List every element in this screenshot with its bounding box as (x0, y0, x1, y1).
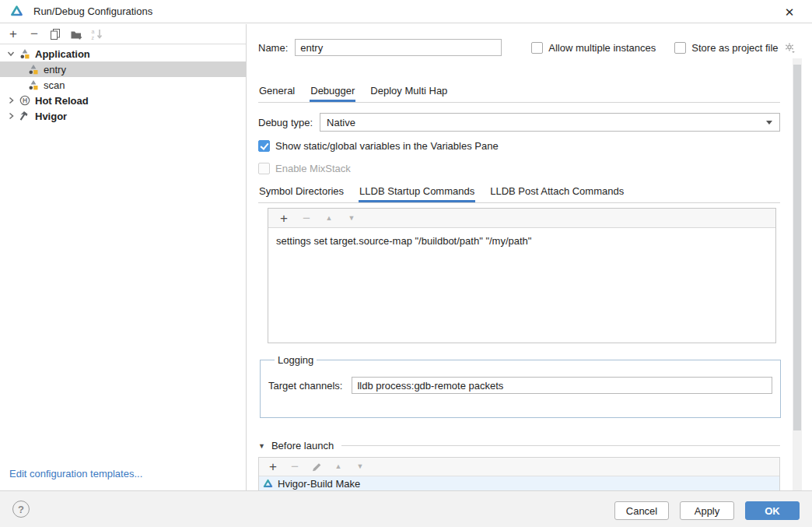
new-folder-icon[interactable] (70, 28, 82, 40)
before-launch-header[interactable]: ▼ Before launch (258, 440, 780, 451)
checkbox-unchecked-icon[interactable] (531, 42, 543, 54)
logging-group: Logging Target channels: (260, 354, 781, 418)
dialog-footer: ? Cancel Apply OK (0, 490, 812, 527)
application-icon (19, 48, 30, 59)
sidebar-toolbar: + − az (0, 24, 246, 44)
store-options-gear-icon[interactable] (784, 42, 796, 54)
checkbox-disabled-icon (258, 163, 270, 174)
tree-item-application[interactable]: Application (0, 46, 246, 61)
vertical-scrollbar[interactable] (793, 58, 802, 490)
titlebar: Run/Debug Configurations ✕ (0, 0, 812, 23)
allow-multiple-instances-checkbox[interactable]: Allow multiple instances (531, 42, 656, 54)
name-input[interactable] (295, 39, 502, 56)
edit-task-pencil-icon[interactable] (310, 461, 323, 473)
debug-type-row: Debug type: Native (258, 113, 780, 132)
header-divider (341, 445, 780, 446)
debug-type-select[interactable]: Native (320, 113, 780, 132)
tree-item-scan[interactable]: scan (0, 77, 246, 93)
store-as-project-file-checkbox[interactable]: Store as project file (674, 42, 778, 54)
tab-lldb-post-attach-commands[interactable]: LLDB Post Attach Commands (489, 181, 625, 202)
svg-text:H: H (23, 97, 27, 104)
show-static-variables-checkbox[interactable]: Show static/global variables in the Vari… (258, 140, 499, 152)
dropdown-arrow-icon (766, 121, 772, 125)
tree-item-hvigor[interactable]: Hvigor (0, 108, 246, 124)
tab-general[interactable]: General (258, 81, 296, 102)
configurations-sidebar: + − az Application (0, 24, 247, 490)
tree-item-label: Hot Reload (35, 95, 89, 107)
configurations-tree: Application entry scan (0, 44, 246, 124)
name-row: Name: Allow multiple instances Store as … (258, 38, 796, 57)
application-icon (28, 79, 39, 90)
command-line[interactable]: settings set target.source-map "/buildbo… (276, 235, 531, 247)
before-launch-panel: + − ▲ ▼ Hvigor-Build Make (258, 457, 780, 490)
add-command-icon[interactable]: + (278, 212, 290, 224)
move-down-icon[interactable]: ▼ (345, 212, 358, 224)
configuration-editor-panel: Name: Allow multiple instances Store as … (247, 24, 812, 490)
logging-group-title: Logging (275, 354, 317, 366)
remove-task-icon[interactable]: − (289, 461, 301, 473)
target-channels-input[interactable] (352, 377, 772, 394)
add-configuration-icon[interactable]: + (7, 28, 19, 40)
show-static-variables-label: Show static/global variables in the Vari… (275, 140, 499, 152)
window-title: Run/Debug Configurations (33, 5, 152, 17)
target-channels-label: Target channels: (268, 380, 342, 392)
checkbox-checked-icon[interactable] (258, 140, 270, 152)
cancel-button[interactable]: Cancel (614, 501, 669, 520)
commands-list[interactable]: settings set target.source-map "/buildbo… (268, 228, 775, 343)
config-tabs: General Debugger Deploy Multi Hap (258, 81, 780, 103)
before-launch-title: Before launch (271, 440, 334, 451)
debug-type-label: Debug type: (258, 117, 313, 128)
store-as-project-file-label: Store as project file (691, 42, 778, 54)
move-up-icon[interactable]: ▲ (323, 212, 335, 224)
hvigor-hammer-icon (19, 111, 30, 121)
task-label: Hvigor-Build Make (278, 478, 360, 490)
tab-symbol-directories[interactable]: Symbol Directories (258, 181, 345, 202)
checkbox-unchecked-icon[interactable] (674, 42, 686, 54)
hot-reload-icon: H (19, 95, 30, 106)
before-launch-task-hvigor-build[interactable]: Hvigor-Build Make (259, 476, 779, 490)
debug-type-value: Native (327, 117, 355, 128)
before-launch-toolbar: + − ▲ ▼ (259, 458, 779, 476)
tab-deploy-multi-hap[interactable]: Deploy Multi Hap (369, 81, 448, 102)
apply-button[interactable]: Apply (680, 501, 734, 520)
edit-configuration-templates-link[interactable]: Edit configuration templates... (9, 468, 142, 480)
tree-item-label: Hvigor (35, 111, 67, 122)
tab-lldb-startup-commands[interactable]: LLDB Startup Commands (359, 181, 475, 202)
tab-debugger[interactable]: Debugger (310, 81, 355, 102)
enable-mixstack-label: Enable MixStack (275, 163, 351, 174)
commands-toolbar: + − ▲ ▼ (268, 209, 775, 228)
run-debug-configurations-dialog: Run/Debug Configurations ✕ + − az (0, 0, 812, 527)
deveco-studio-logo-icon (10, 5, 23, 18)
add-task-icon[interactable]: + (267, 461, 279, 473)
scrollbar-thumb[interactable] (793, 65, 801, 430)
name-label: Name: (258, 42, 288, 54)
close-icon[interactable]: ✕ (781, 4, 798, 21)
copy-configuration-icon[interactable] (49, 28, 61, 40)
lldb-tabs: Symbol Directories LLDB Startup Commands… (258, 181, 780, 203)
help-icon[interactable]: ? (12, 501, 30, 518)
application-icon (28, 64, 39, 75)
remove-configuration-icon[interactable]: − (28, 28, 40, 40)
lldb-startup-commands-editor: + − ▲ ▼ settings set target.source-map "… (268, 208, 776, 343)
chevron-down-icon[interactable] (6, 49, 16, 58)
remove-command-icon[interactable]: − (300, 212, 313, 224)
target-channels-row: Target channels: (268, 377, 772, 394)
collapse-triangle-icon[interactable]: ▼ (258, 442, 265, 450)
allow-multiple-instances-label: Allow multiple instances (548, 42, 656, 54)
sort-alphabetically-icon[interactable]: az (91, 28, 103, 40)
ok-button[interactable]: OK (745, 501, 800, 520)
svg-text:z: z (92, 35, 95, 40)
tree-item-label: entry (44, 64, 66, 76)
enable-mixstack-checkbox: Enable MixStack (258, 163, 351, 174)
tree-item-hot-reload[interactable]: H Hot Reload (0, 93, 246, 108)
svg-text:a: a (92, 29, 95, 34)
chevron-right-icon[interactable] (6, 111, 16, 121)
move-task-up-icon[interactable]: ▲ (332, 461, 345, 473)
chevron-right-icon[interactable] (6, 96, 16, 105)
tree-item-label: scan (44, 79, 65, 91)
move-task-down-icon[interactable]: ▼ (354, 461, 366, 473)
deveco-task-icon (263, 479, 273, 489)
tree-item-entry[interactable]: entry (0, 61, 246, 77)
tree-item-label: Application (35, 48, 90, 60)
